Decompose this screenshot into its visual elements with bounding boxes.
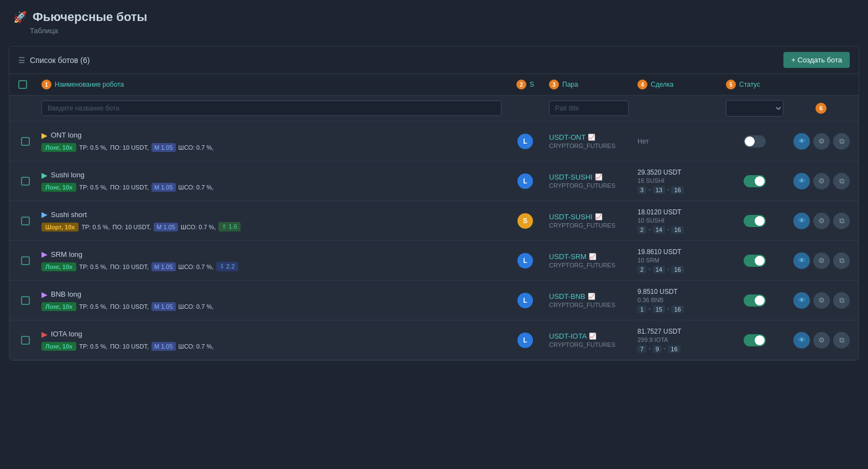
copy-button[interactable]: ⧉ bbox=[833, 292, 850, 309]
chart-icon[interactable]: 📈 bbox=[595, 213, 603, 220]
copy-button[interactable]: ⧉ bbox=[833, 213, 850, 229]
bot-name-cell: ▶ BNB long Лонг, 10x ТР: 0.5 %, ПО: 10 U… bbox=[37, 284, 506, 317]
status-toggle[interactable] bbox=[744, 215, 766, 227]
toggle-knob bbox=[745, 136, 755, 146]
status-toggle[interactable] bbox=[744, 255, 766, 267]
chart-icon[interactable]: 📈 bbox=[588, 293, 595, 300]
deal-coin: 16 SUSHI bbox=[637, 177, 717, 184]
sho-tag: ШСО: 0.7 %, bbox=[179, 184, 214, 191]
bot-name-cell: ▶ SRM long Лонг, 10x ТР: 0.5 %, ПО: 10 U… bbox=[37, 244, 506, 277]
settings-button[interactable]: ⚙ bbox=[813, 133, 830, 150]
settings-button[interactable]: ⚙ bbox=[813, 173, 830, 189]
s-badge-cell: L bbox=[506, 333, 545, 348]
settings-button[interactable]: ⚙ bbox=[813, 332, 830, 349]
deal-num: 14 bbox=[653, 266, 665, 273]
filter-pair-input[interactable] bbox=[549, 101, 629, 116]
view-button[interactable]: 👁 bbox=[793, 173, 810, 189]
row-checkbox[interactable] bbox=[21, 137, 30, 146]
select-all-checkbox[interactable] bbox=[18, 80, 27, 89]
s-badge: L bbox=[517, 134, 533, 149]
filter-status-select[interactable] bbox=[726, 100, 783, 117]
s-badge-cell: L bbox=[506, 293, 545, 308]
deal-coin: 299.9 IOTA bbox=[637, 336, 717, 343]
settings-button[interactable]: ⚙ bbox=[813, 213, 830, 229]
pair-exchange: CRYPTORG_FUTURES bbox=[549, 262, 629, 268]
pair-cell: USDT-IOTA 📈 CRYPTORG_FUTURES bbox=[545, 328, 633, 352]
row-checkbox[interactable] bbox=[21, 256, 30, 265]
status-toggle[interactable] bbox=[744, 334, 766, 346]
tags-row: Лонг, 10x ТР: 0.5 %, ПО: 10 USDT, М 1.05… bbox=[41, 143, 501, 152]
deal-amount: 19.8610 USDT bbox=[637, 248, 717, 256]
deal-amount: 29.3520 USDT bbox=[637, 168, 717, 176]
view-button[interactable]: 👁 bbox=[793, 213, 810, 229]
row-checkbox[interactable] bbox=[21, 217, 30, 225]
m-tag: М 1.05 bbox=[151, 183, 176, 192]
status-cell bbox=[721, 334, 788, 346]
chart-icon[interactable]: 📈 bbox=[589, 253, 597, 260]
bot-row: ▶ Sushi long Лонг, 10x ТР: 0.5 %, ПО: 10… bbox=[9, 161, 859, 201]
tag-up: ⇧ 1.6 bbox=[218, 222, 240, 231]
deal-numbers: 3•13•16 bbox=[637, 186, 717, 194]
bot-name-cell: ▶ IOTA long Лонг, 10x ТР: 0.5 %, ПО: 10 … bbox=[37, 324, 506, 356]
copy-button[interactable]: ⧉ bbox=[833, 133, 850, 150]
col-pair: 3 Пара bbox=[545, 74, 633, 95]
deal-num: 7 bbox=[637, 345, 646, 353]
status-toggle[interactable] bbox=[744, 135, 766, 147]
actions-cell: 👁 ⚙ ⧉ bbox=[788, 288, 854, 313]
actions-cell: 👁 ⚙ ⧉ bbox=[788, 208, 854, 234]
settings-button[interactable]: ⚙ bbox=[813, 252, 830, 269]
row-checkbox-cell bbox=[14, 336, 37, 345]
col-num-1: 1 bbox=[41, 80, 51, 89]
copy-button[interactable]: ⧉ bbox=[833, 332, 850, 349]
bot-name-row: ▶ IOTA long bbox=[41, 330, 501, 339]
copy-button[interactable]: ⧉ bbox=[833, 252, 850, 269]
row-checkbox-cell bbox=[14, 256, 37, 265]
po-tag: ПО: 10 USDT, bbox=[113, 224, 151, 230]
row-checkbox-cell bbox=[14, 296, 37, 305]
create-bot-button[interactable]: + Создать бота bbox=[783, 52, 850, 68]
view-button[interactable]: 👁 bbox=[793, 292, 810, 309]
tp-tag: ТР: 0.5 %, bbox=[79, 264, 107, 270]
deal-amount: 81.7527 USDT bbox=[637, 328, 717, 335]
filter-count-badge: 6 bbox=[815, 103, 827, 114]
view-button[interactable]: 👁 bbox=[793, 332, 810, 349]
row-checkbox[interactable] bbox=[21, 296, 30, 305]
s-badge-cell: S bbox=[506, 213, 545, 229]
filter-name-input[interactable] bbox=[41, 101, 501, 116]
toggle-knob bbox=[755, 176, 765, 186]
row-checkbox[interactable] bbox=[21, 177, 30, 186]
bot-row: ▶ IOTA long Лонг, 10x ТР: 0.5 %, ПО: 10 … bbox=[9, 320, 859, 360]
table-title-text: Список ботов (6) bbox=[30, 56, 90, 65]
chart-icon[interactable]: 📈 bbox=[595, 173, 603, 181]
copy-button[interactable]: ⧉ bbox=[833, 173, 850, 189]
chart-icon[interactable]: 📈 bbox=[589, 333, 597, 340]
filter-status-cell bbox=[721, 96, 788, 121]
pair-cell: USDT-SRM 📈 CRYPTORG_FUTURES bbox=[545, 248, 633, 273]
settings-button[interactable]: ⚙ bbox=[813, 292, 830, 309]
s-badge-cell: L bbox=[506, 173, 545, 189]
status-toggle[interactable] bbox=[744, 294, 766, 307]
deal-num: 16 bbox=[671, 305, 683, 313]
status-cell bbox=[721, 255, 788, 267]
row-checkbox[interactable] bbox=[21, 336, 30, 345]
deal-num: 16 bbox=[671, 226, 683, 234]
bot-arrow-icon: ▶ bbox=[41, 131, 48, 140]
row-checkbox-cell bbox=[14, 217, 37, 225]
toggle-knob bbox=[755, 335, 765, 345]
bot-row: ▶ BNB long Лонг, 10x ТР: 0.5 %, ПО: 10 U… bbox=[9, 281, 859, 320]
deal-none: Нет bbox=[637, 138, 717, 145]
direction-tag: Лонг, 10x bbox=[41, 262, 76, 271]
col-actions bbox=[788, 74, 854, 95]
page-title: 🚀 Фьючерсные боты bbox=[13, 10, 855, 24]
page-header: 🚀 Фьючерсные боты Таблица bbox=[0, 0, 868, 39]
actions-cell: 👁 ⚙ ⧉ bbox=[788, 129, 854, 154]
s-badge-cell: L bbox=[506, 134, 545, 149]
filter-checkbox-cell bbox=[14, 96, 37, 121]
pair-cell: USDT-SUSHI 📈 CRYPTORG_FUTURES bbox=[545, 208, 633, 233]
view-button[interactable]: 👁 bbox=[793, 133, 810, 150]
status-toggle[interactable] bbox=[744, 175, 766, 187]
tags-row: Шорт, 10x ТР: 0.5 %, ПО: 10 USDT, М 1.05… bbox=[41, 222, 501, 231]
pair-name: USDT-IOTA 📈 bbox=[549, 332, 629, 340]
view-button[interactable]: 👁 bbox=[793, 252, 810, 269]
chart-icon[interactable]: 📈 bbox=[588, 134, 595, 141]
